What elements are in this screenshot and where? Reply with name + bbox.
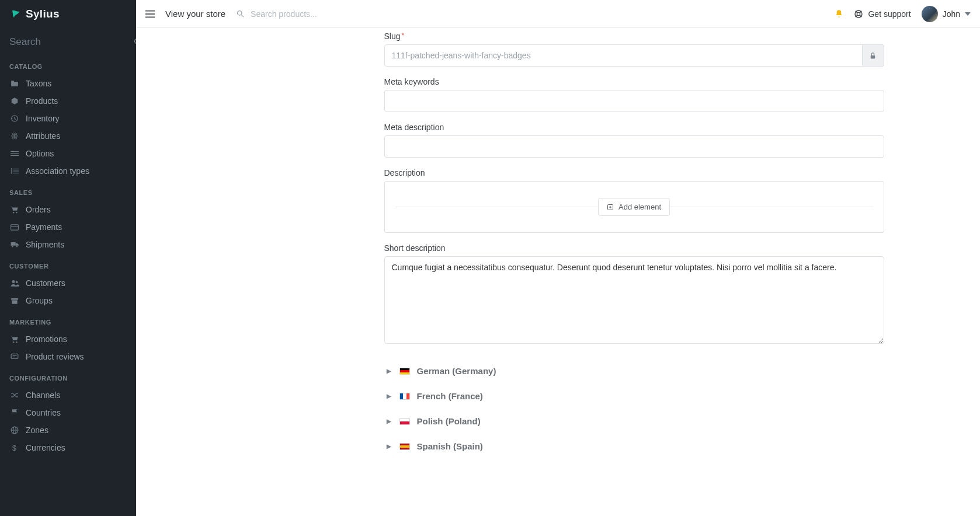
cart-icon	[9, 206, 20, 214]
sidebar: Sylius CATALOGTaxonsProductsInventoryAtt…	[0, 0, 136, 516]
truck-icon	[9, 241, 20, 248]
sidebar-item-label: Zones	[26, 426, 48, 435]
sidebar-item-label: Products	[26, 96, 58, 106]
sidebar-item-product-reviews[interactable]: Product reviews	[0, 348, 136, 365]
flag-icon	[9, 409, 20, 417]
description-field: Description Add element	[384, 168, 884, 233]
brand-logo[interactable]: Sylius	[0, 0, 136, 28]
language-accordion-german[interactable]: ▶German (Germany)	[384, 358, 884, 383]
sidebar-item-groups[interactable]: Groups	[0, 292, 136, 309]
short-description-textarea[interactable]	[384, 256, 884, 344]
add-element-button[interactable]: Add element	[598, 198, 670, 216]
sidebar-item-attributes[interactable]: Attributes	[0, 127, 136, 145]
sidebar-item-association-types[interactable]: Association types	[0, 162, 136, 180]
svg-point-20	[12, 246, 13, 247]
caret-right-icon: ▶	[387, 368, 392, 374]
support-label: Get support	[868, 9, 911, 19]
plus-square-icon	[607, 204, 614, 211]
sidebar-item-products[interactable]: Products	[0, 92, 136, 110]
svg-point-2	[14, 135, 15, 137]
list-icon	[9, 168, 20, 175]
svg-rect-17	[11, 224, 19, 229]
sidebar-search-input[interactable]	[9, 36, 133, 48]
language-label: Spanish (Spain)	[417, 441, 483, 451]
menu-toggle-icon[interactable]	[145, 10, 155, 18]
svg-rect-24	[11, 298, 18, 299]
sliders-icon	[9, 150, 20, 157]
nav-section-title: CATALOG	[0, 54, 136, 75]
flag-icon	[399, 443, 410, 450]
users-icon	[9, 280, 20, 287]
sidebar-item-orders[interactable]: Orders	[0, 201, 136, 218]
meta-description-label: Meta description	[384, 123, 884, 132]
slug-label: Slug*	[384, 32, 884, 41]
sidebar-item-shipments[interactable]: Shipments	[0, 236, 136, 253]
caret-right-icon: ▶	[387, 393, 392, 399]
meta-description-field: Meta description	[384, 123, 884, 158]
svg-rect-46	[871, 55, 875, 58]
sidebar-item-label: Inventory	[26, 114, 60, 123]
language-accordion-spanish[interactable]: ▶Spanish (Spain)	[384, 434, 884, 459]
meta-keywords-label: Meta keywords	[384, 77, 884, 86]
notifications-icon[interactable]	[835, 9, 843, 19]
svg-point-16	[16, 212, 17, 213]
sidebar-item-label: Attributes	[26, 131, 60, 141]
get-support-link[interactable]: Get support	[854, 9, 911, 19]
svg-rect-19	[11, 242, 15, 246]
sidebar-item-label: Options	[26, 149, 54, 158]
review-icon	[9, 353, 20, 360]
sidebar-item-promotions[interactable]: Promotions	[0, 330, 136, 348]
sidebar-item-taxons[interactable]: Taxons	[0, 75, 136, 92]
sidebar-item-label: Shipments	[26, 240, 64, 249]
caret-right-icon: ▶	[387, 443, 392, 449]
user-menu[interactable]: John	[922, 6, 971, 22]
life-ring-icon	[854, 9, 863, 19]
svg-point-13	[11, 172, 12, 173]
sidebar-item-label: Countries	[26, 408, 61, 417]
language-label: German (Germany)	[417, 366, 496, 376]
flag-icon	[399, 393, 410, 400]
language-accordion-polish[interactable]: ▶Polish (Poland)	[384, 409, 884, 434]
view-store-link[interactable]: View your store	[165, 9, 225, 19]
nav-section-title: MARKETING	[0, 309, 136, 330]
description-label: Description	[384, 168, 884, 177]
meta-description-input[interactable]	[384, 135, 884, 158]
meta-keywords-field: Meta keywords	[384, 77, 884, 112]
sidebar-item-channels[interactable]: Channels	[0, 386, 136, 404]
svg-point-21	[16, 246, 17, 247]
folder-icon	[9, 80, 20, 87]
sidebar-item-customers[interactable]: Customers	[0, 274, 136, 292]
atom-icon	[9, 132, 20, 140]
language-label: Polish (Poland)	[417, 416, 481, 426]
svg-point-26	[13, 341, 14, 343]
dollar-icon: $	[9, 444, 20, 452]
svg-point-27	[16, 341, 17, 343]
sidebar-item-label: Taxons	[26, 79, 51, 88]
sidebar-item-zones[interactable]: Zones	[0, 421, 136, 439]
svg-point-23	[15, 281, 18, 283]
sidebar-item-options[interactable]: Options	[0, 145, 136, 162]
svg-text:$: $	[12, 444, 16, 452]
history-icon	[9, 114, 20, 123]
sidebar-item-countries[interactable]: Countries	[0, 404, 136, 421]
top-search-input[interactable]	[251, 9, 379, 19]
nav-section-title: SALES	[0, 180, 136, 201]
language-accordion-french[interactable]: ▶French (France)	[384, 383, 884, 409]
sidebar-item-currencies[interactable]: $Currencies	[0, 439, 136, 456]
svg-line-39	[241, 15, 244, 17]
meta-keywords-input[interactable]	[384, 90, 884, 112]
sidebar-item-label: Payments	[26, 222, 62, 232]
sidebar-item-label: Promotions	[26, 334, 67, 344]
slug-input	[384, 44, 863, 67]
slug-lock-button[interactable]	[863, 44, 884, 67]
top-search[interactable]	[236, 9, 379, 19]
sidebar-item-inventory[interactable]: Inventory	[0, 110, 136, 127]
sidebar-item-label: Association types	[26, 166, 89, 176]
lock-icon	[869, 51, 877, 60]
svg-point-11	[11, 170, 12, 172]
description-editor[interactable]: Add element	[384, 181, 884, 233]
svg-rect-28	[11, 354, 18, 358]
sidebar-search[interactable]	[0, 28, 136, 54]
sidebar-item-payments[interactable]: Payments	[0, 218, 136, 236]
user-name: John	[943, 9, 960, 19]
